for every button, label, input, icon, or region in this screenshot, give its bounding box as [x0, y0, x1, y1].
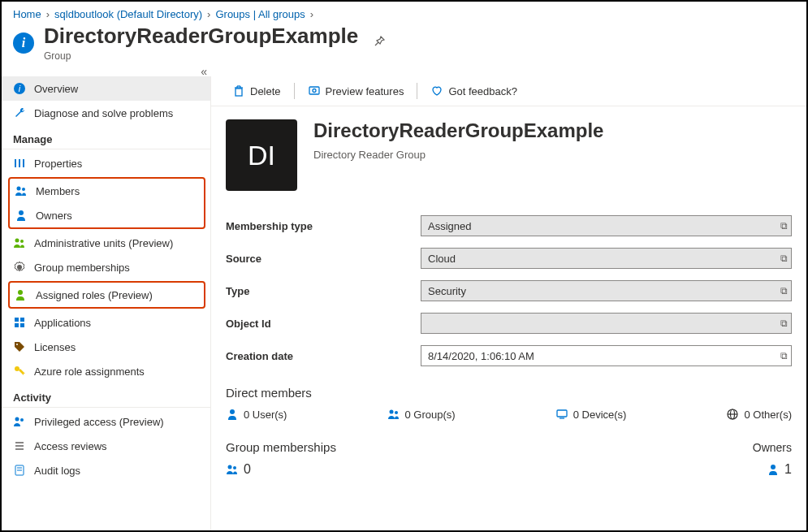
people-icon: [387, 408, 400, 421]
page-header: i DirectoryReaderGroupExample Group: [2, 24, 806, 76]
toolbar-label: Got feedback?: [448, 85, 517, 97]
group-memberships-title: Group memberships: [226, 440, 336, 454]
sidebar-item-label: Audit logs: [34, 465, 80, 477]
prop-source: Source ⧉: [226, 248, 792, 269]
stat-others[interactable]: 0 Other(s): [726, 408, 792, 421]
sidebar-item-admin-units[interactable]: Administrative units (Preview): [2, 231, 210, 255]
chevron-right-icon: ›: [207, 8, 210, 20]
svg-rect-36: [557, 410, 567, 417]
sidebar-item-audit-logs[interactable]: Audit logs: [2, 458, 210, 482]
copy-icon[interactable]: ⧉: [780, 318, 788, 329]
crumb-directory[interactable]: sqldboutlook (Default Directory): [54, 8, 202, 20]
creation-date-field[interactable]: [421, 345, 792, 366]
sidebar-section-manage: Manage: [2, 125, 210, 149]
svg-point-42: [233, 466, 236, 469]
list-icon: [13, 439, 26, 452]
pin-icon: [373, 35, 386, 48]
prop-object-id: Object Id ⧉: [226, 313, 792, 334]
svg-point-9: [20, 240, 24, 243]
svg-point-10: [17, 265, 22, 270]
stat-label: 0 User(s): [244, 409, 287, 421]
svg-point-34: [389, 410, 393, 414]
key-icon: [13, 365, 26, 378]
sidebar-item-label: Diagnose and solve problems: [34, 107, 173, 119]
stat-groups[interactable]: 0 Group(s): [387, 408, 456, 421]
copy-icon[interactable]: ⧉: [780, 253, 788, 264]
sidebar-item-label: Privileged access (Preview): [34, 416, 164, 428]
separator: [417, 83, 417, 99]
stat-devices[interactable]: 0 Device(s): [555, 408, 627, 421]
copy-icon[interactable]: ⧉: [780, 220, 788, 231]
sidebar-item-azure-roles[interactable]: Azure role assignments: [2, 359, 210, 383]
sidebar-item-label: Assigned roles (Preview): [36, 289, 153, 301]
heart-icon: [430, 84, 443, 97]
sidebar-item-label: Group memberships: [34, 262, 130, 274]
highlight-assigned-roles: Assigned roles (Preview): [8, 281, 205, 309]
svg-rect-31: [309, 87, 319, 94]
person-icon: [767, 463, 780, 476]
gear-icon: [13, 261, 26, 274]
sidebar-item-members[interactable]: Members: [10, 179, 204, 203]
collapse-sidebar-button[interactable]: «: [201, 65, 207, 78]
sidebar-item-label: Access reviews: [34, 440, 107, 452]
crumb-groups[interactable]: Groups | All groups: [215, 8, 305, 20]
sidebar-item-label: Members: [36, 185, 80, 197]
sidebar-item-label: Administrative units (Preview): [34, 237, 173, 249]
sidebar: « i Overview Diagnose and solve problems…: [2, 76, 211, 530]
svg-point-32: [313, 89, 316, 93]
preview-features-button[interactable]: Preview features: [298, 81, 414, 101]
person-icon: [15, 209, 28, 222]
svg-point-5: [17, 187, 21, 191]
chevron-right-icon: ›: [46, 8, 50, 20]
sidebar-item-access-reviews[interactable]: Access reviews: [2, 434, 210, 458]
toolbar-label: Delete: [250, 85, 281, 97]
people-icon: [13, 236, 26, 249]
object-id-field[interactable]: [421, 313, 792, 334]
copy-icon[interactable]: ⧉: [780, 285, 788, 296]
people-icon: [15, 184, 28, 197]
prop-label: Creation date: [226, 350, 421, 362]
copy-icon[interactable]: ⧉: [780, 350, 788, 361]
svg-point-19: [20, 418, 24, 422]
sidebar-item-privileged-access[interactable]: Privileged access (Preview): [2, 409, 210, 434]
sidebar-item-label: Applications: [34, 317, 91, 329]
svg-point-17: [15, 366, 19, 371]
svg-rect-14: [15, 323, 19, 327]
sidebar-item-applications[interactable]: Applications: [2, 310, 210, 335]
delete-button[interactable]: Delete: [223, 81, 291, 101]
sidebar-item-assigned-roles[interactable]: Assigned roles (Preview): [10, 283, 204, 307]
pin-button[interactable]: [373, 35, 386, 51]
stat-users[interactable]: 0 User(s): [226, 408, 287, 421]
stat-owners[interactable]: 1: [753, 462, 792, 477]
sidebar-item-overview[interactable]: i Overview: [2, 76, 210, 101]
chevron-right-icon: ›: [310, 8, 313, 20]
sliders-icon: [13, 157, 26, 170]
crumb-home[interactable]: Home: [13, 8, 41, 20]
sidebar-section-activity: Activity: [2, 383, 210, 408]
people-icon: [226, 463, 239, 476]
type-field[interactable]: [421, 280, 792, 301]
svg-rect-26: [235, 89, 242, 96]
sidebar-item-diagnose[interactable]: Diagnose and solve problems: [2, 101, 210, 125]
svg-point-43: [771, 465, 776, 469]
sidebar-item-group-memberships[interactable]: Group memberships: [2, 255, 210, 279]
feedback-button[interactable]: Got feedback?: [421, 81, 527, 101]
owners-title: Owners: [753, 441, 792, 454]
svg-point-33: [230, 409, 235, 414]
stat-group-memberships[interactable]: 0: [226, 462, 336, 477]
sidebar-item-owners[interactable]: Owners: [10, 203, 204, 227]
svg-point-6: [22, 188, 25, 191]
sidebar-item-properties[interactable]: Properties: [2, 151, 210, 175]
direct-members-stats: 0 User(s) 0 Group(s) 0 Device(s) 0 Other…: [226, 408, 792, 421]
tag-icon: [13, 340, 26, 353]
trash-icon: [232, 84, 245, 97]
svg-rect-13: [20, 318, 24, 322]
source-field[interactable]: [421, 248, 792, 269]
object-header: DI DirectoryReaderGroupExample Directory…: [226, 119, 792, 191]
page-subtitle: Group: [44, 50, 358, 62]
membership-type-field[interactable]: [421, 215, 792, 236]
prop-label: Object Id: [226, 318, 421, 330]
stat-label: 1: [784, 462, 792, 477]
sidebar-item-licenses[interactable]: Licenses: [2, 335, 210, 359]
svg-point-11: [18, 290, 23, 295]
